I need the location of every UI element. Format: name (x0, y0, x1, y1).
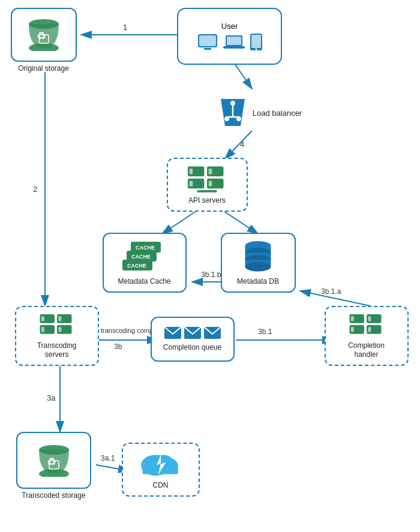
svg-rect-25 (204, 48, 211, 50)
cdn-icon (137, 449, 185, 479)
svg-rect-50 (190, 181, 193, 186)
completion-queue-node: Completion queue (149, 311, 236, 368)
load-balancer-node: Load balancer (215, 85, 305, 139)
svg-point-40 (224, 116, 229, 121)
metadata-db-label: Metadata DB (237, 277, 279, 287)
metadata-cache-icon: CACHE CACHE CACHE (119, 239, 170, 275)
svg-text:3b.1: 3b.1 (258, 327, 272, 336)
svg-rect-80 (350, 316, 353, 321)
transcoded-storage-label: Transcoded storage (22, 491, 85, 501)
svg-rect-72 (58, 327, 61, 332)
envelope2-icon (184, 326, 202, 339)
svg-rect-51 (209, 181, 212, 186)
svg-rect-47 (197, 190, 217, 192)
svg-text:CACHE: CACHE (127, 263, 146, 269)
svg-rect-83 (368, 327, 371, 332)
svg-point-42 (230, 101, 235, 106)
svg-text:4: 4 (240, 140, 244, 149)
svg-rect-26 (199, 35, 216, 46)
svg-rect-31 (251, 35, 261, 48)
original-storage-icon: ♻ (26, 18, 62, 51)
svg-rect-70 (58, 316, 61, 321)
load-balancer-icon (218, 96, 248, 129)
transcoding-servers-label: Transcoding servers (37, 341, 77, 360)
svg-rect-69 (41, 316, 44, 321)
transcoded-storage-node: ♻ Transcoded storage (13, 427, 94, 505)
svg-text:3a: 3a (47, 393, 56, 402)
completion-handler-icon (343, 312, 391, 339)
svg-rect-82 (350, 327, 353, 332)
svg-text:3a.1: 3a.1 (101, 454, 115, 462)
tv-icon (197, 33, 218, 51)
metadata-cache-label: Metadata Cache (118, 277, 170, 287)
completion-handler-node: Completion handler (323, 300, 410, 372)
svg-text:3b.1.b: 3b.1.b (201, 270, 221, 279)
svg-text:3b.1.a: 3b.1.a (321, 287, 341, 296)
svg-point-41 (236, 116, 241, 121)
transcoded-storage-icon: ♻ (36, 444, 72, 477)
svg-text:2: 2 (33, 185, 37, 194)
original-storage-label: Original storage (18, 64, 69, 74)
svg-rect-28 (227, 37, 241, 45)
svg-point-85 (39, 469, 69, 477)
load-balancer-label: Load balancer (253, 109, 302, 119)
svg-point-34 (29, 43, 59, 51)
completion-handler-label: Completion handler (348, 341, 385, 360)
svg-rect-49 (209, 169, 212, 174)
transcoding-servers-node: Transcoding servers (13, 300, 100, 372)
laptop-icon (223, 33, 245, 51)
svg-text:3b: 3b (114, 342, 122, 351)
metadata-cache-node: CACHE CACHE CACHE Metadata Cache (101, 228, 188, 297)
cdn-label: CDN (153, 481, 169, 491)
user-label: User (221, 22, 238, 31)
svg-text:♻: ♻ (37, 30, 46, 42)
original-storage-node: ♻ Original storage (9, 6, 78, 75)
api-servers-icon (183, 164, 231, 194)
svg-text:1: 1 (123, 23, 127, 32)
metadata-db-node: Metadata DB (219, 228, 297, 297)
envelope1-icon (164, 326, 182, 339)
api-servers-node: API servers (165, 153, 249, 216)
svg-point-32 (255, 48, 257, 50)
completion-queue-label: Completion queue (163, 343, 221, 353)
svg-point-64 (245, 262, 271, 271)
envelope3-icon (203, 326, 221, 339)
api-servers-label: API servers (188, 196, 226, 206)
svg-text:♻: ♻ (47, 456, 56, 468)
tablet-icon (250, 33, 263, 51)
svg-rect-81 (368, 316, 371, 321)
svg-text:CACHE: CACHE (136, 245, 155, 251)
svg-text:CACHE: CACHE (131, 254, 151, 260)
metadata-db-icon (237, 239, 279, 275)
user-node: User (177, 6, 282, 66)
svg-rect-48 (190, 169, 193, 174)
svg-rect-71 (41, 327, 44, 332)
cdn-node: CDN (120, 435, 201, 504)
svg-rect-29 (223, 46, 245, 49)
transcoding-servers-icon (33, 312, 81, 339)
